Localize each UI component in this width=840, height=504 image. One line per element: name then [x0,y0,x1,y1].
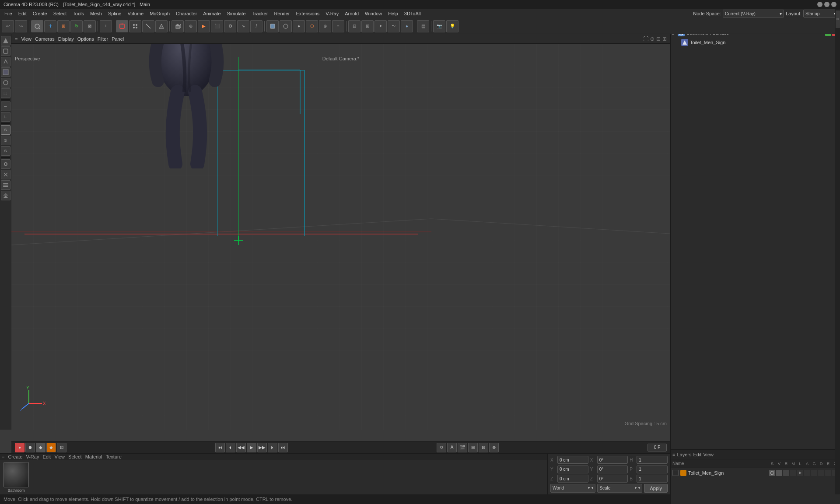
menu-volume[interactable]: Volume [125,10,146,17]
keyframe-btn[interactable]: ◆ [36,443,46,452]
menu-file[interactable]: File [2,10,15,17]
scale-h-field[interactable]: 1 [637,456,668,464]
mat-menu-material[interactable]: Material [85,454,102,459]
viewport-canvas[interactable]: Perspective Default Camera:* [11,44,670,430]
live-select-btn[interactable] [31,20,43,32]
prev-key-btn[interactable]: ◀◀ [236,443,246,452]
menu-help[interactable]: Help [385,10,401,17]
point-mode-btn[interactable] [129,20,141,32]
vp-fullscreen-btn[interactable]: ⛶ [643,36,648,42]
left-mode-8[interactable]: L [1,112,10,122]
knife-btn[interactable]: / [250,20,262,32]
vp-menu-options[interactable]: Options [77,36,94,42]
vp-menu-icon[interactable]: ≡ [15,36,18,42]
menu-tracker[interactable]: Tracker [249,10,271,17]
mograph-btn[interactable]: ▤ [417,20,429,32]
left-mode-5[interactable] [1,78,10,88]
left-mode-7[interactable]: ─ [1,102,10,111]
move-btn[interactable]: ✛ [44,20,56,32]
menu-simulate[interactable]: Simulate [224,10,248,17]
playback-option-1[interactable]: ⊞ [468,443,478,452]
motion-path-btn[interactable]: ⊡ [57,443,66,452]
pos-z-field[interactable]: 0 cm [557,475,588,483]
object-type-btn6[interactable]: ≡ [332,20,344,32]
left-mode-14[interactable] [1,180,10,190]
menu-mograph[interactable]: MoGraph [147,10,172,17]
object-type-btn1[interactable] [266,20,279,32]
left-mode-13[interactable] [1,170,10,179]
pos-x-field[interactable]: 0 cm [557,456,588,464]
render-btn[interactable]: ▶ [198,20,210,32]
object-type-btn4[interactable]: ⬡ [306,20,318,32]
anim-mode-btn[interactable]: A [447,443,457,452]
pos-y-field[interactable]: 0 cm [557,466,588,473]
field-btn[interactable]: ♦ [401,20,413,32]
left-mode-11[interactable]: S [1,146,10,156]
light-btn[interactable]: 💡 [446,20,458,32]
vp-menu-filter[interactable]: Filter [98,36,108,42]
cam-btn[interactable]: 📷 [433,20,445,32]
rotate-btn[interactable]: ↻ [70,20,83,32]
record-btn[interactable]: ⏺ [25,443,35,452]
close-btn[interactable] [831,2,836,7]
edge-mode-btn[interactable] [142,20,154,32]
layers-menu-view[interactable]: View [703,452,714,457]
layout-dropdown[interactable]: Startup ▾ [803,10,838,18]
rot-y-field[interactable]: 0° [597,466,628,473]
left-mode-2[interactable] [1,46,10,56]
deform-btn[interactable]: 〜 [388,20,400,32]
vp-menu-view[interactable]: View [21,36,32,42]
vp-settings-btn[interactable]: ⊟ [656,36,661,42]
scale-p-field[interactable]: 1 [637,466,668,473]
menu-mesh[interactable]: Mesh [88,10,105,17]
menu-create[interactable]: Create [30,10,50,17]
render2-btn[interactable]: ⬛ [211,20,223,32]
frame-display[interactable]: 0 F [648,444,667,452]
go-start-btn[interactable]: ⏮ [215,443,225,452]
left-mode-10[interactable]: S [1,136,10,145]
menu-tools[interactable]: Tools [70,10,87,17]
menu-arnold[interactable]: Arnold [342,10,361,17]
menu-edit[interactable]: Edit [16,10,29,17]
next-key-btn[interactable]: ▶▶ [257,443,267,452]
scale-dropdown[interactable]: Scale ▾ [597,484,642,493]
object-row-toilet[interactable]: Toilet_Men_Sign [671,38,840,47]
world-dropdown[interactable]: World ▾ [550,484,595,493]
layer-row-toilet[interactable]: Toilet_Men_Sign [671,468,840,478]
layer-icon-sq2[interactable] [783,470,789,476]
scale-btn[interactable]: ⊞ [57,20,70,32]
material-item-bathroom[interactable]: Bathroom [4,462,29,493]
mat-menu-create[interactable]: Create [8,454,22,459]
node-space-dropdown[interactable]: Current (V-Ray) ▾ [723,10,784,18]
mat-menu-vray[interactable]: V-Ray [26,454,39,459]
right-tab-1[interactable]: S [836,10,840,28]
add-btn[interactable]: + [100,20,112,32]
object-type-btn5[interactable]: ⊛ [319,20,331,32]
go-end-btn[interactable]: ⏭ [278,443,288,452]
layer-icon-x4[interactable] [825,470,831,476]
undo-btn[interactable]: ↩ [2,20,14,32]
keyframe-auto-btn[interactable]: ◆ [46,443,56,452]
layers-menu-layers[interactable]: Layers [677,452,691,457]
redo-btn[interactable]: ↪ [15,20,27,32]
mat-menu-select[interactable]: Select [68,454,82,459]
mat-menu-icon[interactable]: ≡ [2,454,4,459]
object-type-btn9[interactable]: ✦ [374,20,387,32]
object-type-btn8[interactable]: ⊞ [361,20,374,32]
layer-icon-sq3[interactable] [790,470,796,476]
play-btn[interactable]: ▶ [247,443,256,452]
object-type-btn3[interactable]: ● [293,20,305,32]
menu-extensions[interactable]: Extensions [293,10,322,17]
layer-icon-x1[interactable] [804,470,810,476]
left-mode-3[interactable] [1,57,10,66]
left-mode-15[interactable] [1,191,10,200]
menu-3dtoall[interactable]: 3DToAll [402,10,424,17]
rot-z-field[interactable]: 0° [597,475,628,483]
left-mode-1[interactable] [1,36,10,46]
snap-btn[interactable]: ⊕ [185,20,197,32]
left-mode-12[interactable] [1,159,10,169]
menu-animate[interactable]: Animate [200,10,223,17]
settings-btn[interactable]: ⚙ [224,20,236,32]
vp-menu-cameras[interactable]: Cameras [35,36,55,42]
menu-spline[interactable]: Spline [105,10,124,17]
